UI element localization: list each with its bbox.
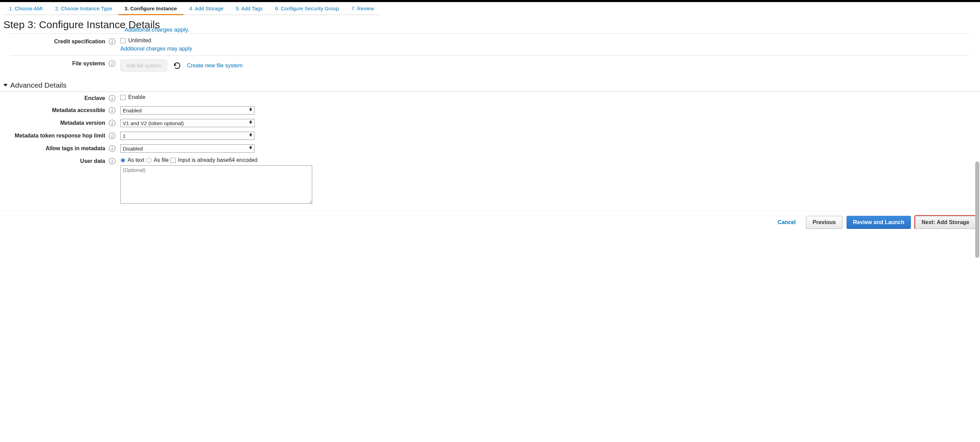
- row-metadata-hop-limit: Metadata token response hop limit i 1: [10, 129, 970, 142]
- label-file-systems: File systems: [72, 60, 105, 67]
- footer-actions: Cancel Previous Review and Launch Next: …: [0, 211, 980, 229]
- metadata-version-value: V1 and V2 (token optional): [123, 120, 184, 126]
- enclave-enable-checkbox[interactable]: [120, 95, 126, 100]
- step-add-tags[interactable]: 5. Add Tags: [230, 2, 269, 15]
- create-file-system-link[interactable]: Create new file system: [187, 62, 243, 69]
- info-icon[interactable]: i: [109, 145, 116, 152]
- allow-tags-metadata-select[interactable]: Disabled: [120, 145, 255, 153]
- row-metadata-accessible: Metadata accessible i Enabled: [10, 104, 970, 116]
- info-icon[interactable]: i: [109, 132, 116, 139]
- credit-charges-link[interactable]: Additional charges may apply: [120, 46, 970, 52]
- next-add-storage-button[interactable]: Next: Add Storage: [915, 216, 976, 229]
- step-configure-instance[interactable]: 3. Configure Instance: [118, 2, 183, 15]
- info-icon[interactable]: i: [109, 95, 116, 102]
- info-icon[interactable]: i: [109, 119, 116, 127]
- user-data-textarea[interactable]: [120, 165, 312, 204]
- step-add-storage[interactable]: 4. Add Storage: [183, 2, 230, 15]
- scrollbar-track[interactable]: [975, 31, 979, 229]
- credit-unlimited-checkbox[interactable]: [120, 38, 126, 43]
- step-configure-security-group[interactable]: 6. Configure Security Group: [269, 2, 345, 15]
- row-allow-tags-metadata: Allow tags in metadata i Disabled: [10, 142, 970, 155]
- row-credit-specification: Credit specification i Unlimited Additio…: [10, 34, 970, 55]
- advanced-details-label: Advanced Details: [10, 81, 66, 89]
- label-enclave: Enclave: [84, 95, 105, 102]
- truncated-additional-charges-link[interactable]: Additional charges apply.: [0, 27, 980, 33]
- refresh-icon[interactable]: [173, 62, 181, 70]
- info-icon[interactable]: i: [109, 38, 116, 45]
- step-review[interactable]: 7. Review: [345, 2, 380, 15]
- info-icon[interactable]: i: [109, 158, 116, 165]
- metadata-accessible-value: Enabled: [123, 108, 142, 113]
- review-and-launch-button[interactable]: Review and Launch: [846, 216, 911, 229]
- metadata-hop-limit-value: 1: [123, 133, 126, 139]
- advanced-details-toggle[interactable]: Advanced Details: [0, 75, 980, 92]
- scrollbar-thumb[interactable]: [975, 162, 979, 229]
- label-credit-specification: Credit specification: [54, 38, 105, 45]
- credit-unlimited-label: Unlimited: [128, 37, 151, 44]
- label-metadata-version: Metadata version: [60, 120, 105, 126]
- user-data-as-file-radio[interactable]: [146, 158, 152, 163]
- user-data-base64-checkbox[interactable]: [170, 158, 176, 163]
- caret-down-icon: [3, 84, 8, 87]
- label-allow-tags-metadata: Allow tags in metadata: [46, 145, 105, 151]
- user-data-base64-label: Input is already base64 encoded: [178, 157, 257, 163]
- label-metadata-accessible: Metadata accessible: [52, 107, 105, 113]
- user-data-as-file-label: As file: [154, 157, 169, 163]
- label-user-data: User data: [80, 158, 105, 164]
- add-file-system-button: Add file system: [120, 59, 167, 72]
- label-metadata-hop-limit: Metadata token response hop limit: [15, 133, 105, 139]
- metadata-hop-limit-select[interactable]: 1: [120, 132, 255, 140]
- user-data-as-text-radio[interactable]: [120, 158, 126, 163]
- info-icon[interactable]: i: [109, 107, 116, 114]
- allow-tags-metadata-value: Disabled: [123, 146, 143, 151]
- wizard-steps: 1. Choose AMI 2. Choose Instance Type 3.…: [0, 2, 980, 16]
- step-choose-ami[interactable]: 1. Choose AMI: [3, 2, 49, 15]
- previous-button[interactable]: Previous: [806, 216, 842, 229]
- cancel-button[interactable]: Cancel: [772, 216, 802, 229]
- row-metadata-version: Metadata version i V1 and V2 (token opti…: [10, 116, 970, 129]
- row-file-systems: File systems i Add file system Create ne…: [10, 56, 970, 75]
- enclave-enable-label: Enable: [128, 94, 145, 100]
- row-user-data: User data i As text As file Input is alr…: [10, 155, 970, 206]
- user-data-as-text-label: As text: [127, 157, 145, 163]
- row-enclave: Enclave i Enable: [10, 92, 970, 104]
- metadata-version-select[interactable]: V1 and V2 (token optional): [120, 119, 255, 127]
- info-icon[interactable]: i: [109, 60, 116, 67]
- metadata-accessible-select[interactable]: Enabled: [120, 106, 255, 114]
- step-choose-instance-type[interactable]: 2. Choose Instance Type: [49, 2, 118, 15]
